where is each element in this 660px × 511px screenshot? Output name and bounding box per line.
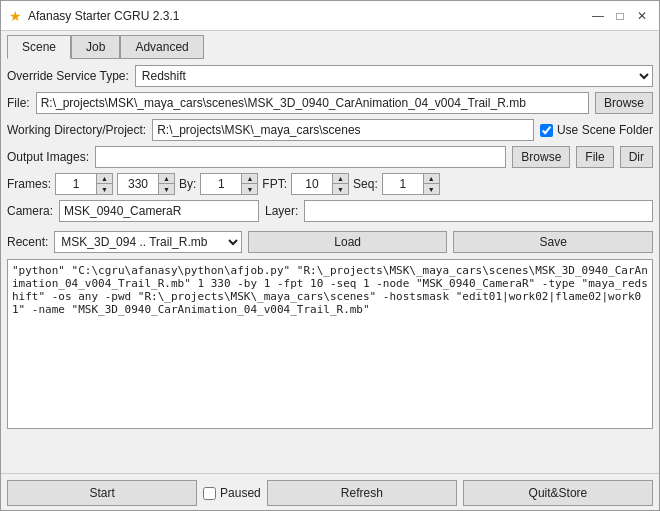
by-spinbtns: ▲ ▼: [241, 174, 257, 194]
override-service-select[interactable]: Redshift: [135, 65, 653, 87]
minimize-button[interactable]: —: [589, 7, 607, 25]
maximize-button[interactable]: □: [611, 7, 629, 25]
refresh-button[interactable]: Refresh: [267, 480, 457, 506]
camera-input[interactable]: [59, 200, 259, 222]
output-label: Output Images:: [7, 150, 89, 164]
recent-row: Recent: MSK_3D_094 .. Trail_R.mb Load Sa…: [7, 231, 653, 253]
frames-label: Frames:: [7, 177, 51, 191]
titlebar-left: ★ Afanasy Starter CGRU 2.3.1: [9, 8, 179, 24]
frames-end-input[interactable]: [118, 174, 158, 194]
tab-bar: Scene Job Advanced: [7, 35, 653, 59]
tab-job[interactable]: Job: [71, 35, 120, 59]
save-button[interactable]: Save: [453, 231, 653, 253]
recent-select[interactable]: MSK_3D_094 .. Trail_R.mb: [54, 231, 242, 253]
override-service-label: Override Service Type:: [7, 69, 129, 83]
browse2-button[interactable]: Browse: [512, 146, 570, 168]
frames-end-spinbtns: ▲ ▼: [158, 174, 174, 194]
paused-label: Paused: [220, 486, 261, 500]
camera-row: Camera: Layer:: [7, 200, 653, 222]
frames-start-spinner: ▲ ▼: [55, 173, 113, 195]
fpt-up[interactable]: ▲: [332, 174, 348, 184]
file-button[interactable]: File: [576, 146, 613, 168]
close-button[interactable]: ✕: [633, 7, 651, 25]
seq-spinner: ▲ ▼: [382, 173, 440, 195]
layer-label: Layer:: [265, 204, 298, 218]
frames-end-up[interactable]: ▲: [158, 174, 174, 184]
load-button[interactable]: Load: [248, 231, 448, 253]
override-service-row: Override Service Type: Redshift: [7, 65, 653, 87]
paused-checkbox[interactable]: [203, 487, 216, 500]
frames-end-down[interactable]: ▼: [158, 184, 174, 194]
titlebar: ★ Afanasy Starter CGRU 2.3.1 — □ ✕: [1, 1, 659, 31]
tab-advanced[interactable]: Advanced: [120, 35, 203, 59]
use-scene-folder-section: Use Scene Folder: [540, 123, 653, 137]
frames-start-input[interactable]: [56, 174, 96, 194]
use-scene-folder-checkbox[interactable]: [540, 124, 553, 137]
layer-input[interactable]: [304, 200, 653, 222]
seq-input[interactable]: [383, 174, 423, 194]
file-label: File:: [7, 96, 30, 110]
seq-up[interactable]: ▲: [423, 174, 439, 184]
window-title: Afanasy Starter CGRU 2.3.1: [28, 9, 179, 23]
by-down[interactable]: ▼: [241, 184, 257, 194]
use-scene-folder-label: Use Scene Folder: [557, 123, 653, 137]
by-label: By:: [179, 177, 196, 191]
dir-button[interactable]: Dir: [620, 146, 653, 168]
workdir-row: Working Directory/Project: Use Scene Fol…: [7, 119, 653, 141]
tab-scene[interactable]: Scene: [7, 35, 71, 59]
quit-button[interactable]: Quit&Store: [463, 480, 653, 506]
by-spinner: ▲ ▼: [200, 173, 258, 195]
start-button[interactable]: Start: [7, 480, 197, 506]
seq-down[interactable]: ▼: [423, 184, 439, 194]
fpt-spinner: ▲ ▼: [291, 173, 349, 195]
command-textarea[interactable]: "python" "C:\cgru\afanasy\python\afjob.p…: [7, 259, 653, 429]
by-input[interactable]: [201, 174, 241, 194]
app-icon: ★: [9, 8, 22, 24]
recent-label: Recent:: [7, 235, 48, 249]
by-up[interactable]: ▲: [241, 174, 257, 184]
camera-label: Camera:: [7, 204, 53, 218]
frames-row: Frames: ▲ ▼ ▲ ▼ By:: [7, 173, 653, 195]
fpt-input[interactable]: [292, 174, 332, 194]
paused-section: Paused: [203, 486, 261, 500]
form-area: Override Service Type: Redshift File: Br…: [7, 65, 653, 253]
command-area: "python" "C:\cgru\afanasy\python\afjob.p…: [7, 259, 653, 467]
output-row: Output Images: Browse File Dir: [7, 146, 653, 168]
content-area: Scene Job Advanced Override Service Type…: [1, 31, 659, 473]
fpt-spinbtns: ▲ ▼: [332, 174, 348, 194]
fpt-label: FPT:: [262, 177, 287, 191]
titlebar-controls: — □ ✕: [589, 7, 651, 25]
file-input[interactable]: [36, 92, 589, 114]
frames-start-spinbtns: ▲ ▼: [96, 174, 112, 194]
file-row: File: Browse: [7, 92, 653, 114]
frames-end-spinner: ▲ ▼: [117, 173, 175, 195]
workdir-input[interactable]: [152, 119, 534, 141]
seq-spinbtns: ▲ ▼: [423, 174, 439, 194]
output-input[interactable]: [95, 146, 506, 168]
frames-start-down[interactable]: ▼: [96, 184, 112, 194]
seq-label: Seq:: [353, 177, 378, 191]
workdir-label: Working Directory/Project:: [7, 123, 146, 137]
browse-button[interactable]: Browse: [595, 92, 653, 114]
main-window: ★ Afanasy Starter CGRU 2.3.1 — □ ✕ Scene…: [0, 0, 660, 511]
bottom-bar: Start Paused Refresh Quit&Store: [1, 473, 659, 510]
frames-start-up[interactable]: ▲: [96, 174, 112, 184]
fpt-down[interactable]: ▼: [332, 184, 348, 194]
